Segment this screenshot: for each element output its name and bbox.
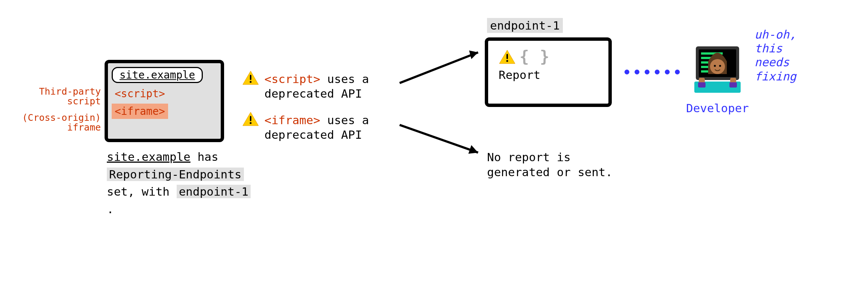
svg-rect-9 xyxy=(506,54,508,59)
report-line: { } xyxy=(499,48,598,66)
no-report-l1: No report is xyxy=(487,150,571,164)
developer-label: Developer xyxy=(686,101,749,115)
warning-icon xyxy=(499,49,516,64)
thought-l2: this xyxy=(754,42,782,55)
report-label: Report xyxy=(499,68,598,82)
svg-point-18 xyxy=(710,59,725,74)
developer-avatar-block: Developer xyxy=(686,40,749,115)
thought-l4: fixing xyxy=(754,70,796,83)
developer-avatar-icon xyxy=(688,87,747,99)
svg-point-19 xyxy=(714,65,716,67)
braces-icon: { } xyxy=(520,48,550,66)
thought-l3: needs xyxy=(754,55,789,69)
svg-point-10 xyxy=(506,60,508,62)
endpoint-label: endpoint-1 xyxy=(487,19,563,32)
endpoint-name: endpoint-1 xyxy=(487,18,563,33)
svg-rect-25 xyxy=(729,82,737,88)
svg-rect-24 xyxy=(698,82,706,88)
thought-l1: uh-oh, xyxy=(754,28,796,41)
dotted-connector xyxy=(624,70,680,74)
no-report-text: No report is generated or sent. xyxy=(487,150,613,180)
no-report-l2: generated or sent. xyxy=(487,165,613,179)
endpoint-window: { } Report xyxy=(485,37,612,107)
developer-thought: uh-oh, this needs fixing xyxy=(754,28,796,83)
svg-point-20 xyxy=(719,65,721,67)
